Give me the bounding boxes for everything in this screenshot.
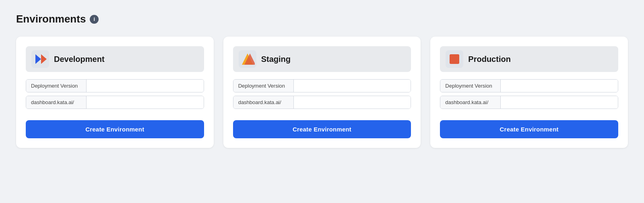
production-field-url: dashboard.kata.ai/ (440, 96, 618, 109)
staging-icon (239, 50, 256, 68)
development-icon (31, 50, 49, 68)
staging-dashboard-url-label: dashboard.kata.ai/ (233, 96, 294, 109)
development-name: Development (54, 55, 105, 64)
staging-fields: Deployment Version dashboard.kata.ai/ (233, 79, 411, 109)
dashboard-url-value[interactable] (87, 96, 204, 109)
production-deployment-version-label: Deployment Version (440, 80, 501, 92)
development-fields: Deployment Version dashboard.kata.ai/ (26, 79, 204, 109)
development-field-deployment: Deployment Version (26, 79, 204, 92)
staging-field-url: dashboard.kata.ai/ (233, 96, 411, 109)
production-dashboard-url-value[interactable] (501, 96, 618, 109)
page-title: Environments (16, 13, 86, 25)
staging-field-deployment: Deployment Version (233, 79, 411, 92)
create-environment-button-production[interactable]: Create Environment (440, 120, 618, 138)
env-card-production: Production Deployment Version dashboard.… (430, 37, 628, 148)
staging-name: Staging (261, 55, 291, 64)
env-card-development: Development Deployment Version dashboard… (16, 37, 214, 148)
production-deployment-version-value[interactable] (501, 80, 618, 92)
production-name: Production (468, 55, 511, 64)
env-card-staging: Staging Deployment Version dashboard.kat… (223, 37, 421, 148)
page-header: Environments i (16, 13, 628, 25)
env-card-staging-header: Staging (233, 46, 411, 72)
deployment-version-label: Deployment Version (26, 80, 87, 92)
staging-deployment-version-value[interactable] (294, 80, 411, 92)
create-environment-button-development[interactable]: Create Environment (26, 120, 204, 138)
production-field-deployment: Deployment Version (440, 79, 618, 92)
development-field-url: dashboard.kata.ai/ (26, 96, 204, 109)
staging-dashboard-url-value[interactable] (294, 96, 411, 109)
info-icon[interactable]: i (90, 15, 99, 24)
production-icon (446, 50, 463, 68)
deployment-version-value[interactable] (87, 80, 204, 92)
svg-rect-7 (450, 54, 459, 64)
dashboard-url-label: dashboard.kata.ai/ (26, 96, 87, 109)
production-fields: Deployment Version dashboard.kata.ai/ (440, 79, 618, 109)
staging-deployment-version-label: Deployment Version (233, 80, 294, 92)
env-card-development-header: Development (26, 46, 204, 72)
env-card-production-header: Production (440, 46, 618, 72)
production-dashboard-url-label: dashboard.kata.ai/ (440, 96, 501, 109)
create-environment-button-staging[interactable]: Create Environment (233, 120, 411, 138)
cards-grid: Development Deployment Version dashboard… (16, 37, 628, 148)
